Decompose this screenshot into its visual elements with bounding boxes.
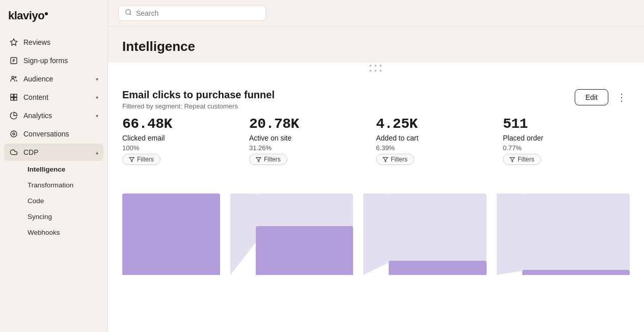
filter-icon	[509, 157, 515, 162]
svg-point-5	[12, 76, 14, 78]
sidebar-item-cdp-label: CDP	[23, 148, 91, 156]
funnel-bar-2-fill	[256, 226, 354, 275]
filter-clicked-email-button[interactable]: Filters	[122, 154, 160, 165]
drag-handle[interactable]	[108, 63, 644, 77]
connector-1-svg	[230, 193, 256, 275]
card-header: Email clicks to purchase funnel Filtered…	[108, 77, 644, 116]
chart-icon	[9, 111, 18, 120]
filter-icon	[129, 157, 135, 162]
svg-point-11	[11, 131, 17, 137]
search-icon	[125, 9, 132, 17]
page-header: Intelligence	[108, 26, 644, 63]
drag-dots-icon	[369, 65, 383, 73]
metric-active-on-site-label: Active on site	[249, 134, 376, 142]
sidebar-item-analytics-label: Analytics	[23, 112, 91, 120]
form-icon	[9, 56, 18, 65]
metric-clicked-email: 66.48K Clicked email 100% Filters	[122, 116, 249, 165]
sidebar-item-code[interactable]: Code	[22, 193, 103, 208]
sidebar-item-conversations-label: Conversations	[23, 130, 98, 138]
sidebar-item-syncing[interactable]: Syncing	[22, 209, 103, 224]
metric-placed-order-pct: 0.77%	[503, 144, 630, 152]
funnel-bar-3	[389, 193, 497, 275]
card-title-block: Email clicks to purchase funnel Filtered…	[122, 89, 275, 110]
sidebar-item-intelligence[interactable]: Intelligence	[22, 162, 103, 177]
metric-clicked-email-label: Clicked email	[122, 134, 249, 142]
metric-placed-order-label: Placed order	[503, 134, 630, 142]
sidebar-item-audience[interactable]: Audience ▾	[4, 70, 103, 88]
sidebar: klaviyo Reviews Sign-up forms Audience ▾	[0, 0, 108, 332]
main-area: Intelligence Email clicks to purchase fu…	[108, 0, 644, 332]
filter-placed-order-button[interactable]: Filters	[503, 154, 541, 165]
funnel-chart	[108, 173, 644, 275]
svg-line-14	[130, 14, 131, 15]
logo-dot	[45, 12, 48, 15]
cdp-subnav: Intelligence Transformation Code Syncing…	[4, 162, 103, 240]
card-subtitle: Filtered by segment: Repeat customers	[122, 102, 275, 110]
funnel-bar-1	[122, 193, 230, 275]
metric-added-to-cart-pct: 6.39%	[376, 144, 503, 152]
svg-marker-17	[383, 157, 388, 161]
funnel-connector-2	[363, 193, 389, 275]
sidebar-item-cdp[interactable]: CDP ▴	[4, 144, 103, 161]
chevron-down-icon: ▾	[96, 95, 98, 100]
card-title: Email clicks to purchase funnel	[122, 89, 275, 101]
funnel-bar-4	[522, 193, 630, 275]
sidebar-item-analytics[interactable]: Analytics ▾	[4, 107, 103, 124]
sidebar-item-conversations[interactable]: Conversations	[4, 125, 103, 143]
metric-active-on-site: 20.78K Active on site 31.26% Filters	[249, 116, 376, 165]
card-actions: Edit ⋮	[575, 89, 630, 105]
sidebar-item-reviews-label: Reviews	[23, 38, 98, 46]
edit-button[interactable]: Edit	[575, 89, 608, 105]
svg-marker-22	[497, 193, 522, 275]
funnel-bar-4-fill	[522, 270, 630, 275]
chevron-up-icon: ▴	[96, 150, 98, 155]
svg-rect-9	[11, 98, 13, 100]
sidebar-item-signup-forms-label: Sign-up forms	[23, 57, 98, 65]
search-box[interactable]	[118, 5, 266, 21]
svg-rect-10	[14, 98, 17, 100]
more-options-button[interactable]: ⋮	[613, 89, 630, 105]
sidebar-nav: Reviews Sign-up forms Audience ▾ Content…	[0, 32, 108, 242]
sidebar-item-content[interactable]: Content ▾	[4, 89, 103, 106]
funnel-connector-1	[230, 193, 256, 275]
search-input[interactable]	[136, 9, 259, 17]
svg-rect-8	[14, 94, 17, 97]
metric-active-on-site-value: 20.78K	[249, 116, 376, 132]
people-icon	[9, 74, 18, 84]
metrics-row: 66.48K Clicked email 100% Filters 20.78K…	[108, 116, 644, 165]
svg-rect-7	[11, 94, 13, 97]
logo-text: klaviyo	[8, 9, 44, 22]
svg-point-13	[126, 10, 130, 14]
metric-placed-order: 511 Placed order 0.77% Filters	[503, 116, 630, 165]
funnel-bar-2	[256, 193, 364, 275]
grid-icon	[9, 93, 18, 102]
svg-point-6	[15, 76, 16, 78]
svg-marker-16	[256, 157, 261, 161]
funnel-bar-1-fill	[122, 193, 220, 275]
svg-marker-0	[10, 39, 17, 45]
sidebar-item-reviews[interactable]: Reviews	[4, 34, 103, 51]
sidebar-item-signup-forms[interactable]: Sign-up forms	[4, 52, 103, 69]
funnel-connector-3	[497, 193, 522, 275]
intelligence-card: Email clicks to purchase funnel Filtered…	[108, 63, 644, 332]
top-bar	[108, 0, 644, 26]
metric-active-on-site-pct: 31.26%	[249, 144, 376, 152]
funnel-bar-3-fill	[389, 261, 487, 275]
chevron-down-icon: ▾	[96, 76, 98, 82]
metric-clicked-email-value: 66.48K	[122, 116, 249, 132]
filter-icon	[256, 157, 261, 162]
cloud-icon	[9, 148, 18, 157]
metric-clicked-email-pct: 100%	[122, 144, 249, 152]
sidebar-item-transformation[interactable]: Transformation	[22, 178, 103, 192]
circle-icon	[9, 129, 18, 139]
connector-3-svg	[497, 193, 522, 275]
filter-added-to-cart-button[interactable]: Filters	[376, 154, 414, 165]
sidebar-item-webhooks[interactable]: Webhooks	[22, 225, 103, 240]
filter-active-on-site-button[interactable]: Filters	[249, 154, 287, 165]
metric-placed-order-value: 511	[503, 116, 630, 132]
sidebar-item-content-label: Content	[23, 93, 91, 101]
svg-marker-15	[129, 157, 134, 161]
svg-marker-20	[230, 193, 256, 275]
funnel-bar-4-bg	[522, 193, 630, 275]
metric-added-to-cart-label: Added to cart	[376, 134, 503, 142]
